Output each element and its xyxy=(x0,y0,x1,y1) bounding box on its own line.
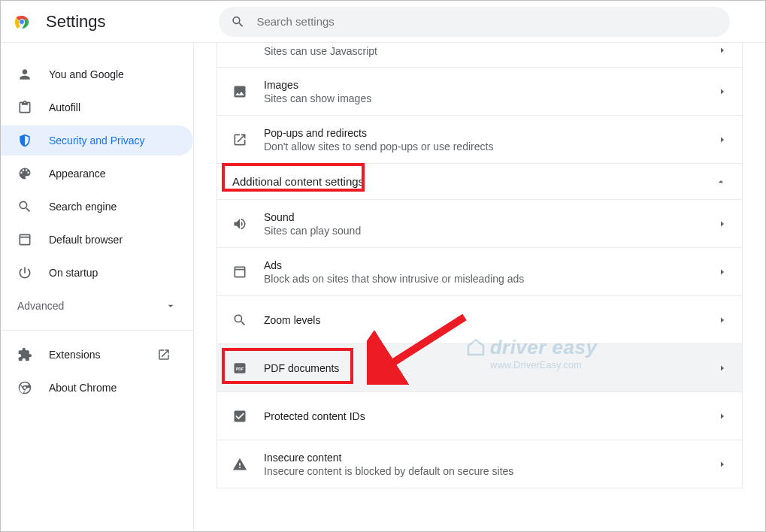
row-subtitle: Don't allow sites to send pop-ups or use… xyxy=(264,141,718,153)
chevron-right-icon xyxy=(718,87,727,96)
chrome-logo-icon xyxy=(13,13,31,31)
row-title: Ads xyxy=(264,259,718,271)
page-title: Settings xyxy=(46,12,106,32)
row-pdf-documents[interactable]: PDF PDF documents xyxy=(217,343,742,391)
sidebar-item-label: Security and Privacy xyxy=(49,135,145,147)
row-subtitle: Block ads on sites that show intrusive o… xyxy=(264,273,718,285)
row-title: Insecure content xyxy=(264,452,718,464)
search-icon xyxy=(231,14,245,29)
row-subtitle: Insecure content is blocked by default o… xyxy=(264,465,718,477)
open-in-new-icon xyxy=(157,348,171,361)
warning-icon xyxy=(232,457,247,472)
chevron-right-icon xyxy=(718,460,727,469)
chevron-up-icon xyxy=(715,176,727,188)
svg-text:PDF: PDF xyxy=(236,366,244,370)
sidebar-item-appearance[interactable]: Appearance xyxy=(1,159,193,189)
checkbox-icon xyxy=(232,409,247,424)
person-icon xyxy=(17,67,32,82)
chevron-down-icon xyxy=(165,300,177,312)
chevron-right-icon xyxy=(718,219,727,228)
sidebar-item-default-browser[interactable]: Default browser xyxy=(1,225,193,255)
chevron-right-icon xyxy=(718,316,727,325)
shield-icon xyxy=(17,133,32,148)
sidebar-item-security-privacy[interactable]: Security and Privacy xyxy=(1,125,193,156)
row-popups[interactable]: Pop-ups and redirects Don't allow sites … xyxy=(217,115,742,163)
row-subtitle: Sites can play sound xyxy=(264,225,718,237)
chevron-right-icon xyxy=(718,46,727,55)
row-title: Images xyxy=(264,79,718,91)
row-ads[interactable]: Ads Block ads on sites that show intrusi… xyxy=(217,247,742,295)
sidebar-item-search-engine[interactable]: Search engine xyxy=(1,192,193,222)
row-images[interactable]: Images Sites can show images xyxy=(217,67,742,115)
chevron-right-icon xyxy=(718,412,727,421)
chevron-right-icon xyxy=(718,364,727,373)
section-title: Additional content settings xyxy=(232,175,715,188)
chrome-outline-icon xyxy=(17,380,32,395)
row-protected-content[interactable]: Protected content IDs xyxy=(217,391,742,440)
clipboard-icon xyxy=(17,100,32,115)
sidebar-item-label: Autofill xyxy=(49,101,80,113)
row-title: Sound xyxy=(264,211,718,223)
pdf-icon: PDF xyxy=(232,361,247,376)
content-area: Sites can use Javascript Images Sites ca… xyxy=(193,43,765,531)
window-icon xyxy=(232,264,247,280)
row-title: PDF documents xyxy=(264,362,718,374)
sidebar-item-label: On startup xyxy=(49,267,98,279)
row-title: Pop-ups and redirects xyxy=(264,127,718,139)
sidebar-item-about-chrome[interactable]: About Chrome xyxy=(1,373,193,403)
sidebar: You and Google Autofill Security and Pri… xyxy=(1,43,193,531)
row-subtitle: Sites can use Javascript xyxy=(264,45,718,57)
chevron-right-icon xyxy=(718,268,727,277)
sidebar-advanced-toggle[interactable]: Advanced xyxy=(1,291,193,321)
row-title: Zoom levels xyxy=(264,314,718,326)
sidebar-item-label: Appearance xyxy=(49,168,106,180)
sidebar-item-autofill[interactable]: Autofill xyxy=(1,92,193,122)
sidebar-item-label: Search engine xyxy=(49,201,117,213)
browser-icon xyxy=(17,232,32,247)
sidebar-item-label: About Chrome xyxy=(49,382,117,394)
search-box[interactable] xyxy=(219,7,730,37)
sidebar-item-label: Default browser xyxy=(49,234,123,246)
sidebar-item-you-and-google[interactable]: You and Google xyxy=(1,59,193,89)
search-input[interactable] xyxy=(256,15,717,28)
row-sound[interactable]: Sound Sites can play sound xyxy=(217,199,742,247)
sidebar-item-extensions[interactable]: Extensions xyxy=(1,340,193,370)
row-javascript[interactable]: Sites can use Javascript xyxy=(217,43,742,67)
row-zoom-levels[interactable]: Zoom levels xyxy=(217,295,742,343)
sidebar-divider xyxy=(1,330,193,331)
puzzle-icon xyxy=(17,347,32,362)
settings-panel: Sites can use Javascript Images Sites ca… xyxy=(216,43,743,488)
sound-icon xyxy=(232,216,247,231)
power-icon xyxy=(17,265,32,280)
sidebar-item-label: You and Google xyxy=(49,68,124,80)
row-title: Protected content IDs xyxy=(264,410,718,422)
header: Settings xyxy=(1,1,765,43)
advanced-label: Advanced xyxy=(17,300,64,312)
search-icon xyxy=(17,199,32,214)
sidebar-item-label: Extensions xyxy=(49,349,100,361)
image-icon xyxy=(232,84,247,99)
open-in-new-icon xyxy=(232,132,247,147)
sidebar-item-on-startup[interactable]: On startup xyxy=(1,258,193,288)
row-insecure-content[interactable]: Insecure content Insecure content is blo… xyxy=(217,440,742,488)
search-icon xyxy=(232,313,247,328)
row-subtitle: Sites can show images xyxy=(264,92,718,104)
palette-icon xyxy=(17,166,32,181)
row-additional-content-settings[interactable]: Additional content settings xyxy=(217,163,742,199)
chevron-right-icon xyxy=(718,135,727,144)
